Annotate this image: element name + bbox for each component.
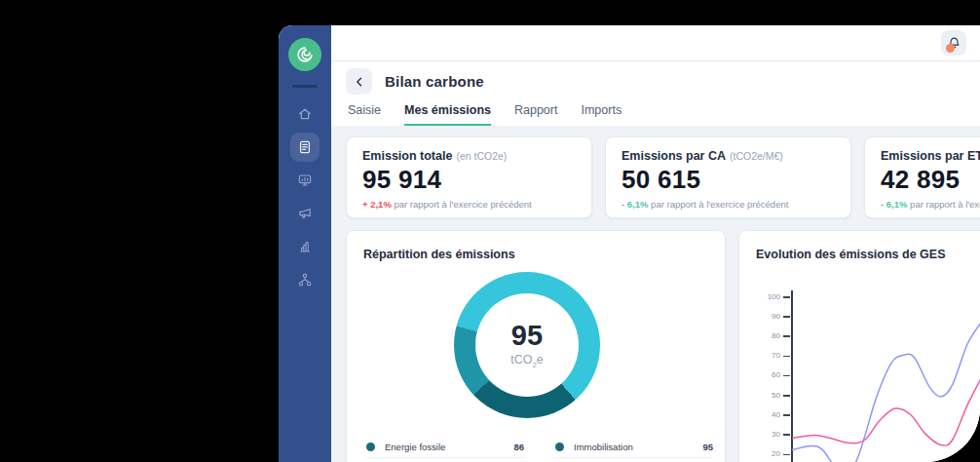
- y-axis-tick: [783, 356, 790, 358]
- stat-delta: + 2,1% par rapport à l'exercice précéden…: [362, 199, 576, 210]
- spiral-logo-icon: [294, 44, 316, 65]
- legend-item: Immobilisation95: [555, 436, 713, 458]
- stat-cards-row: Emission totale(en tCO2e) 95 914 + 2,1% …: [346, 136, 980, 218]
- notifications-button[interactable]: [941, 30, 966, 56]
- stat-delta: - 6,1% par rapport à l'exercice précéden…: [881, 199, 980, 210]
- page-title: Bilan carbone: [385, 73, 484, 90]
- y-axis-tick: [783, 316, 790, 318]
- delta-suffix: par rapport à l'exercice précédent: [651, 199, 788, 210]
- tab-bar: Saisie Mes émissions Rapport Imports: [346, 103, 965, 126]
- legend-dot: [555, 443, 564, 451]
- y-axis-label: 30: [751, 430, 780, 439]
- donut-legend: Energie fossile86Électricité86Immobilisa…: [366, 436, 713, 462]
- y-axis-tick: [783, 414, 790, 416]
- donut-chart-title: Répartition des émissions: [363, 248, 515, 261]
- charts-row: Répartition des émissions 95 tCO2e Energ…: [346, 230, 980, 462]
- legend-value: 95: [702, 442, 713, 452]
- stat-value: 42 895: [881, 165, 980, 195]
- sidebar-divider: [292, 85, 318, 88]
- content-area: Emission totale(en tCO2e) 95 914 + 2,1% …: [331, 126, 980, 462]
- app-logo[interactable]: [288, 38, 321, 71]
- main-area: Bilan carbone Saisie Mes émissions Rappo…: [331, 25, 980, 462]
- y-axis-tick: [783, 296, 790, 298]
- legend-item: Déchets95: [555, 458, 713, 462]
- sidebar-item-analytics[interactable]: [290, 232, 320, 261]
- y-axis-tick: [783, 335, 790, 337]
- y-axis-tick: [783, 454, 790, 456]
- stat-value: 50 615: [622, 165, 835, 195]
- stat-unit: (en tCO2e): [456, 150, 507, 162]
- bar-chart-icon: [297, 239, 313, 254]
- donut-center-value: 95: [511, 322, 543, 350]
- y-axis-label: 60: [751, 370, 780, 379]
- legend-item: Energie fossile86: [366, 436, 524, 458]
- stat-title: Emissions par CA(tCO2e/M€): [622, 149, 835, 163]
- sidebar-item-organization[interactable]: [290, 265, 320, 294]
- stat-title: Emission totale(en tCO2e): [362, 149, 576, 163]
- home-icon: [297, 106, 313, 122]
- tab-imports[interactable]: Imports: [581, 103, 622, 126]
- chevron-left-icon: [354, 76, 365, 88]
- legend-value: 86: [513, 442, 524, 452]
- delta-percent: + 2,1%: [362, 199, 392, 210]
- stat-card-emissions-ca: Emissions par CA(tCO2e/M€) 50 615 - 6,1%…: [605, 136, 851, 218]
- line-chart-title: Evolution des émissions de GES: [756, 248, 946, 261]
- tab-rapport[interactable]: Rapport: [514, 103, 557, 126]
- y-axis-label: 80: [751, 331, 780, 340]
- app-window: Bilan carbone Saisie Mes émissions Rappo…: [279, 25, 980, 462]
- line-chart-plot[interactable]: [792, 296, 980, 462]
- stat-card-emission-totale: Emission totale(en tCO2e) 95 914 + 2,1% …: [346, 136, 592, 218]
- delta-percent: - 6,1%: [881, 199, 907, 210]
- legend-label: Energie fossile: [385, 442, 513, 452]
- sidebar-item-home[interactable]: [290, 99, 320, 129]
- monitor-chart-icon: [297, 173, 313, 188]
- donut-center: 95 tCO2e: [475, 293, 579, 397]
- donut-chart-card: Répartition des émissions 95 tCO2e Energ…: [346, 230, 726, 462]
- y-axis-label: 20: [751, 449, 780, 458]
- tab-saisie[interactable]: Saisie: [348, 103, 381, 126]
- sidebar-item-dashboard[interactable]: [290, 166, 320, 195]
- y-axis-label: 90: [751, 312, 780, 321]
- sidebar: [279, 25, 331, 462]
- sidebar-item-documents[interactable]: [290, 133, 320, 162]
- sidebar-item-announcements[interactable]: [290, 199, 320, 228]
- stat-value: 95 914: [362, 165, 576, 195]
- line-chart-card: Evolution des émissions de GES 100908070…: [738, 230, 980, 462]
- legend-item: Électricité86: [366, 458, 524, 462]
- back-button[interactable]: [346, 68, 372, 95]
- y-axis-label: 50: [751, 391, 780, 400]
- y-axis-tick: [783, 375, 790, 377]
- stat-card-emissions-etp: Emissions par ETP(tCO2e/ETP) 42 895 - 6,…: [864, 136, 980, 218]
- stat-delta: - 6,1% par rapport à l'exercice précéden…: [622, 199, 835, 210]
- stat-unit: (tCO2e/M€): [730, 150, 783, 162]
- y-axis-label: 100: [751, 292, 780, 301]
- delta-percent: - 6,1%: [622, 199, 648, 210]
- donut-ring[interactable]: 95 tCO2e: [454, 272, 600, 418]
- delta-suffix: par rapport à l'exercice précédent: [394, 199, 531, 210]
- legend-label: Immobilisation: [574, 442, 702, 452]
- page-header: Bilan carbone Saisie Mes émissions Rappo…: [331, 61, 980, 126]
- y-axis-label: 40: [751, 410, 780, 419]
- notification-badge: [946, 44, 955, 53]
- megaphone-icon: [297, 206, 313, 221]
- screenshot-canvas: Bilan carbone Saisie Mes émissions Rappo…: [0, 0, 980, 462]
- y-axis-tick: [783, 395, 790, 397]
- y-axis-tick: [783, 434, 790, 436]
- stat-title: Emissions par ETP(tCO2e/ETP): [881, 149, 980, 163]
- delta-suffix: par rapport à l'exercice précédent: [910, 199, 980, 210]
- topbar: [331, 25, 980, 61]
- document-icon: [297, 139, 313, 155]
- donut-center-unit: tCO2e: [510, 353, 544, 369]
- hierarchy-icon: [297, 272, 313, 288]
- tab-mes-emissions[interactable]: Mes émissions: [404, 103, 491, 126]
- y-axis-label: 70: [751, 351, 780, 360]
- legend-dot: [366, 443, 375, 451]
